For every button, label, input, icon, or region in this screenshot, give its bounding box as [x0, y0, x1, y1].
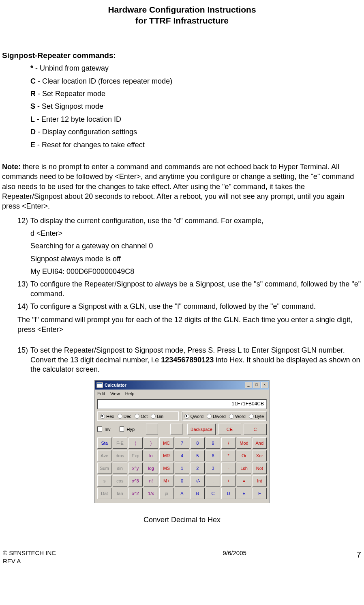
- ce-button[interactable]: CE: [218, 424, 241, 435]
- btn-int[interactable]: Int: [253, 475, 267, 487]
- btn-c[interactable]: C: [206, 488, 220, 499]
- btn-sta[interactable]: Sta: [97, 437, 111, 449]
- note-body: there is no prompt to enter a command an…: [2, 163, 354, 210]
- footer-date: 9/6/2005: [84, 549, 364, 565]
- radio-word[interactable]: Word: [229, 413, 246, 419]
- step-12-line: Searching for a gateway on channel 0: [30, 241, 362, 251]
- c-button[interactable]: C: [244, 424, 267, 435]
- btn-f[interactable]: F: [253, 488, 267, 499]
- btn-8[interactable]: 8: [191, 437, 205, 449]
- btn-4[interactable]: 4: [175, 450, 189, 461]
- btn-xy[interactable]: x^y: [128, 463, 143, 474]
- btn-log[interactable]: log: [144, 463, 158, 474]
- btn-mod[interactable]: Mod: [237, 437, 251, 449]
- btn-b[interactable]: B: [191, 488, 205, 499]
- backspace-button[interactable]: Backspace: [187, 424, 216, 435]
- btn-plusminus[interactable]: +/-: [191, 475, 205, 487]
- command-item: D - Display configuration settings: [30, 127, 362, 137]
- btn-dms[interactable]: dms: [113, 450, 127, 461]
- btn-ln[interactable]: ln: [144, 450, 158, 461]
- btn-sum[interactable]: Sum: [97, 463, 111, 474]
- radio-bin[interactable]: Bin: [151, 413, 163, 419]
- btn-mr[interactable]: MR: [159, 450, 173, 461]
- command-item: E - Reset for changes to take effect: [30, 140, 362, 150]
- btn-and[interactable]: And: [253, 437, 267, 449]
- btn-tan[interactable]: tan: [113, 488, 127, 499]
- step-15: 15) To set the Repeater/Signpost to Sign…: [17, 346, 362, 374]
- btn-1x[interactable]: 1/x: [144, 488, 158, 499]
- maximize-button[interactable]: □: [253, 382, 260, 388]
- page-footer: © SENSITECH INC REV A 9/6/2005 7: [2, 549, 362, 565]
- btn-add[interactable]: +: [221, 475, 236, 487]
- btn-sin[interactable]: sin: [113, 463, 127, 474]
- btn-3[interactable]: 3: [206, 463, 220, 474]
- btn-cos[interactable]: cos: [113, 475, 127, 487]
- btn-sub[interactable]: -: [221, 463, 236, 474]
- step-12-line: d <Enter>: [30, 229, 362, 238]
- titlebar: Calculator _ □ ×: [95, 381, 269, 390]
- btn-exp[interactable]: Exp: [128, 450, 143, 461]
- menu-edit[interactable]: Edit: [97, 391, 105, 396]
- btn-eq[interactable]: =: [237, 475, 251, 487]
- checkbox-inv[interactable]: [97, 426, 102, 432]
- step-14: 14) To configure a Signpost with a GLN, …: [17, 302, 362, 311]
- menu-view[interactable]: View: [110, 391, 120, 396]
- document-header: Hardware Configuration Instructions for …: [2, 4, 362, 26]
- section-heading: Signpost-Repeater commands:: [2, 51, 362, 61]
- btn-mc[interactable]: MC: [159, 437, 173, 449]
- menu-help[interactable]: Help: [125, 391, 135, 396]
- btn-e[interactable]: E: [237, 488, 251, 499]
- checkbox-hyp[interactable]: [120, 426, 124, 432]
- command-item: R - Set Repeater mode: [30, 89, 362, 99]
- button-grid: Sta F-E ( ) MC 7 8 9 / Mod And Ave dms E…: [95, 437, 269, 503]
- note-paragraph: Note: there is no prompt to enter a comm…: [2, 162, 362, 211]
- btn-ave[interactable]: Ave: [97, 450, 111, 461]
- btn-7[interactable]: 7: [175, 437, 189, 449]
- header-line1: Hardware Configuration Instructions: [2, 4, 362, 15]
- word-group: Qword Dword Word Byte: [182, 411, 267, 421]
- btn-div[interactable]: /: [221, 437, 236, 449]
- radio-dec[interactable]: Dec: [118, 413, 132, 419]
- command-item: L - Enter 12 byte location ID: [30, 115, 362, 124]
- btn-1[interactable]: 1: [175, 463, 189, 474]
- btn-mplus[interactable]: M+: [159, 475, 173, 487]
- minimize-button[interactable]: _: [245, 382, 252, 388]
- step-14-followup: The "l" command will prompt you for each…: [17, 315, 362, 335]
- base-group: Hex Dec Oct Bin: [97, 411, 179, 421]
- btn-nfact[interactable]: n!: [144, 475, 158, 487]
- btn-ms[interactable]: MS: [159, 463, 173, 474]
- radio-hex[interactable]: Hex: [100, 413, 114, 419]
- step-12-line: Signpost always mode is off: [30, 254, 362, 264]
- btn-a[interactable]: A: [175, 488, 189, 499]
- btn-fe[interactable]: F-E: [113, 437, 127, 449]
- btn-x3[interactable]: x^3: [128, 475, 143, 487]
- btn-lsh[interactable]: Lsh: [237, 463, 251, 474]
- btn-lparen[interactable]: (: [128, 437, 143, 449]
- btn-s[interactable]: s: [97, 475, 111, 487]
- menubar: Edit View Help: [95, 390, 269, 398]
- step-13: 13) To configure the Repeater/Signpost t…: [17, 280, 362, 299]
- btn-6[interactable]: 6: [206, 450, 220, 461]
- btn-0[interactable]: 0: [175, 475, 189, 487]
- btn-not[interactable]: Not: [253, 463, 267, 474]
- radio-dword[interactable]: Dword: [207, 413, 226, 419]
- btn-mul[interactable]: *: [221, 450, 236, 461]
- btn-rparen[interactable]: ): [144, 437, 158, 449]
- btn-9[interactable]: 9: [206, 437, 220, 449]
- btn-5[interactable]: 5: [191, 450, 205, 461]
- note-label: Note:: [2, 163, 21, 171]
- btn-or[interactable]: Or: [237, 450, 251, 461]
- radio-byte[interactable]: Byte: [249, 413, 264, 419]
- mem-indicator: [146, 424, 158, 435]
- btn-pi[interactable]: pi: [159, 488, 173, 499]
- close-button[interactable]: ×: [261, 382, 268, 388]
- btn-dat[interactable]: Dat: [97, 488, 111, 499]
- btn-d[interactable]: D: [221, 488, 236, 499]
- btn-2[interactable]: 2: [191, 463, 205, 474]
- btn-x2[interactable]: x^2: [128, 488, 143, 499]
- btn-xor[interactable]: Xor: [253, 450, 267, 461]
- window-controls: _ □ ×: [245, 382, 268, 388]
- radio-qword[interactable]: Qword: [184, 413, 203, 419]
- btn-dot[interactable]: .: [206, 475, 220, 487]
- radio-oct[interactable]: Oct: [135, 413, 148, 419]
